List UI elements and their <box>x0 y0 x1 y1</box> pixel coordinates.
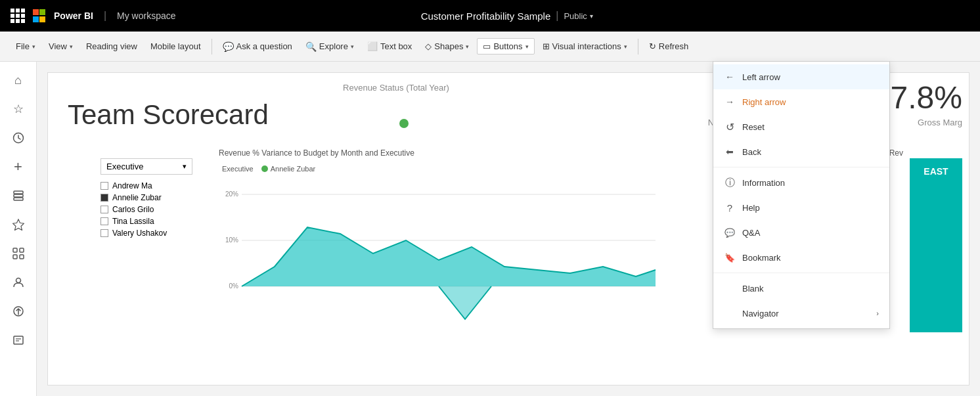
chat-icon: 💬 <box>223 41 234 52</box>
sidebar-item-deploy[interactable] <box>5 298 32 324</box>
legend-annelie-label: Annelie Zubar <box>271 165 316 173</box>
menu-item-reset[interactable]: ↺ Reset <box>713 114 889 139</box>
shapes-caret-icon: ▾ <box>466 43 469 50</box>
workspace-label[interactable]: My workspace <box>117 11 175 21</box>
view-menu[interactable]: View ▾ <box>43 39 78 54</box>
toolbar-divider-1 <box>212 39 212 55</box>
microsoft-logo <box>33 9 46 22</box>
view-caret-icon: ▾ <box>70 43 73 50</box>
visual-interactions-button[interactable]: ⊞ Visual interactions ▾ <box>537 39 633 54</box>
explore-button[interactable]: 🔍 Explore ▾ <box>300 39 359 55</box>
filter-annelie[interactable]: Annelie Zubar <box>100 193 167 202</box>
sidebar-item-apps[interactable] <box>5 240 32 267</box>
sidebar-item-home[interactable]: ⌂ <box>5 67 32 93</box>
svg-rect-3 <box>14 198 23 200</box>
svg-rect-5 <box>13 248 17 252</box>
visual-interactions-icon: ⊞ <box>543 41 550 51</box>
right-arrow-icon: → <box>724 96 736 108</box>
menu-item-reset-label: Reset <box>742 122 879 132</box>
svg-rect-8 <box>20 255 24 259</box>
sidebar-item-scorecards[interactable] <box>5 211 32 238</box>
svg-text:0%: 0% <box>229 282 239 290</box>
visual-interactions-caret-icon: ▾ <box>624 43 627 50</box>
filter-carlos[interactable]: Carlos Grilo <box>100 205 167 214</box>
refresh-button[interactable]: ↻ Refresh <box>644 39 694 54</box>
menu-item-qa[interactable]: 💬 Q&A <box>713 220 889 245</box>
menu-separator-1 <box>713 167 889 167</box>
sidebar-item-favorites[interactable]: ☆ <box>5 96 32 122</box>
menu-item-right-arrow[interactable]: → Right arrow <box>713 89 889 114</box>
sidebar-item-create[interactable]: + <box>5 154 32 180</box>
menu-item-bookmark[interactable]: 🔖 Bookmark <box>713 245 889 270</box>
revenue-status-label: Revenue Status (Total Year) <box>324 83 468 93</box>
filter-valery[interactable]: Valery Ushakov <box>100 229 167 238</box>
toolbar: File ▾ View ▾ Reading view Mobile layout… <box>0 32 980 62</box>
qa-icon: 💬 <box>724 227 736 238</box>
text-box-button[interactable]: ⬜ Text box <box>362 39 417 54</box>
chart-area: 20% 10% 0% <box>222 175 669 359</box>
buttons-button[interactable]: ▭ Buttons ▾ <box>477 38 534 55</box>
left-arrow-icon: ← <box>724 71 736 83</box>
filter-cb-valery[interactable] <box>100 229 108 237</box>
reading-view-button[interactable]: Reading view <box>81 39 143 54</box>
menu-item-left-arrow[interactable]: ← Left arrow <box>713 64 889 89</box>
menu-separator-2 <box>713 273 889 273</box>
gross-margin-label: Gross Marg <box>918 118 962 127</box>
information-icon: ⓘ <box>724 177 736 188</box>
svg-point-9 <box>16 278 20 283</box>
chart-legend: Executive Annelie Zubar <box>222 165 315 173</box>
svg-text:10%: 10% <box>225 236 238 244</box>
menu-item-blank-label: Blank <box>742 284 879 294</box>
sidebar-item-learn[interactable] <box>5 327 32 353</box>
file-caret-icon: ▾ <box>32 43 35 50</box>
revenue-status-dot <box>399 119 409 128</box>
sidebar-item-data-hub[interactable] <box>5 183 32 209</box>
bookmark-icon: 🔖 <box>724 252 736 263</box>
menu-item-blank[interactable]: Blank <box>713 276 889 301</box>
legend-annelie-dot <box>261 165 268 172</box>
east-teal-block <box>910 181 962 332</box>
svg-rect-1 <box>14 191 23 194</box>
scorecard-title: Team Scorecard <box>68 99 269 131</box>
menu-item-help[interactable]: ? Help <box>713 195 889 220</box>
report-title: Customer Profitability Sample <box>421 11 551 22</box>
sidebar-item-recent[interactable] <box>5 125 32 151</box>
filter-cb-andrew[interactable] <box>100 182 108 190</box>
ask-question-button[interactable]: 💬 Ask a question <box>217 39 298 55</box>
executive-filter-dropdown[interactable]: Executive ▾ <box>100 158 192 175</box>
app-launcher-icon[interactable] <box>11 9 25 23</box>
explore-icon: 🔍 <box>305 41 317 52</box>
shapes-icon: ◇ <box>425 41 432 51</box>
navigator-icon <box>724 307 736 319</box>
explore-caret-icon: ▾ <box>351 43 354 50</box>
svg-marker-21 <box>439 286 491 319</box>
svg-rect-6 <box>20 248 24 252</box>
visibility-chevron-icon: ▾ <box>590 12 593 20</box>
svg-rect-11 <box>14 336 23 344</box>
buttons-icon: ▭ <box>483 41 491 51</box>
blank-icon <box>724 282 736 294</box>
file-menu[interactable]: File ▾ <box>11 39 41 54</box>
filter-cb-tina[interactable] <box>100 217 108 225</box>
powerbi-label: Power BI <box>54 11 93 21</box>
sidebar-item-people[interactable] <box>5 269 32 296</box>
menu-item-back[interactable]: ⬅ Back <box>713 139 889 164</box>
filter-andrew[interactable]: Andrew Ma <box>100 181 167 190</box>
executive-filter-chevron-icon: ▾ <box>183 162 187 171</box>
menu-item-left-arrow-label: Left arrow <box>742 72 879 82</box>
filter-tina[interactable]: Tina Lassila <box>100 217 167 226</box>
svg-rect-7 <box>13 255 17 259</box>
menu-item-information[interactable]: ⓘ Information <box>713 170 889 195</box>
shapes-button[interactable]: ◇ Shapes ▾ <box>420 39 474 54</box>
filter-cb-annelie[interactable] <box>100 194 108 202</box>
menu-item-navigator[interactable]: Navigator › <box>713 301 889 326</box>
east-badge: EAST <box>910 158 962 185</box>
visibility-badge[interactable]: Public ▾ <box>564 11 592 21</box>
buttons-dropdown-menu: ← Left arrow → Right arrow ↺ Reset ⬅ Bac… <box>713 61 890 329</box>
help-icon: ? <box>724 202 736 213</box>
menu-item-right-arrow-label: Right arrow <box>742 97 879 107</box>
svg-text:20%: 20% <box>225 190 238 198</box>
filter-cb-carlos[interactable] <box>100 206 108 213</box>
mobile-layout-button[interactable]: Mobile layout <box>145 39 206 54</box>
toolbar-divider-2 <box>638 39 638 55</box>
